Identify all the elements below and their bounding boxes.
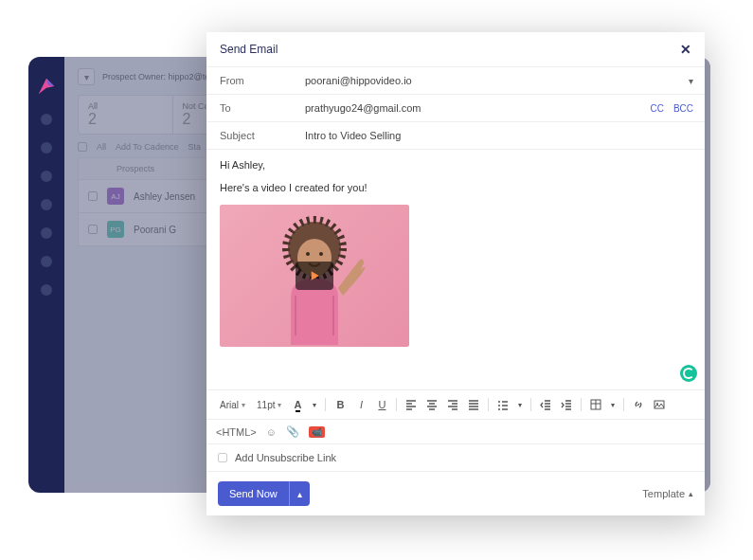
font-color-dropdown-icon[interactable]: ▾ — [310, 396, 319, 413]
unsubscribe-checkbox[interactable] — [218, 453, 227, 462]
font-size-select[interactable]: 11pt — [253, 398, 285, 412]
outdent-icon[interactable] — [537, 396, 554, 413]
underline-button[interactable]: U — [373, 396, 390, 413]
close-icon[interactable]: ✕ — [680, 42, 691, 57]
bullet-list-icon[interactable] — [494, 396, 511, 413]
select-all-checkbox[interactable] — [78, 142, 87, 152]
send-dropdown-button[interactable]: ▴ — [289, 481, 310, 506]
font-color-button[interactable]: A — [289, 396, 306, 413]
nav-dot — [41, 114, 52, 125]
avatar: AJ — [107, 188, 124, 205]
emoji-icon[interactable]: ☺ — [266, 426, 277, 438]
send-email-modal: Send Email ✕ From poorani@hippovideo.io … — [206, 32, 705, 515]
from-value[interactable]: poorani@hippovideo.io — [305, 75, 691, 86]
svg-point-3 — [306, 252, 310, 256]
svg-point-6 — [498, 405, 500, 406]
template-button[interactable]: Template — [642, 488, 693, 499]
app-logo-icon — [36, 76, 57, 97]
cc-button[interactable]: CC — [650, 103, 663, 114]
filter-icon[interactable]: ▾ — [78, 68, 95, 85]
bg-sidebar — [28, 57, 64, 493]
subject-row: Subject Intro to Video Selling — [206, 122, 705, 150]
link-icon[interactable] — [630, 396, 647, 413]
add-to-cadence-button[interactable]: Add To Cadence — [116, 142, 178, 152]
svg-point-5 — [498, 401, 500, 403]
nav-dot — [41, 171, 52, 182]
bcc-button[interactable]: BCC — [673, 103, 693, 114]
row-checkbox[interactable] — [88, 225, 98, 234]
table-dropdown-icon[interactable]: ▾ — [608, 396, 618, 413]
to-label: To — [220, 102, 305, 114]
body-line: Here's a video I created for you! — [220, 182, 691, 193]
send-now-button[interactable]: Send Now — [218, 481, 289, 506]
prospect-name: Poorani G — [134, 225, 176, 235]
svg-point-7 — [498, 408, 500, 410]
align-right-icon[interactable] — [444, 396, 461, 413]
align-center-icon[interactable] — [423, 396, 440, 413]
list-dropdown-icon[interactable]: ▾ — [515, 396, 525, 413]
modal-title: Send Email — [220, 43, 278, 56]
bold-button[interactable]: B — [332, 396, 349, 413]
tab-all[interactable]: All 2 — [79, 96, 173, 134]
subject-label: Subject — [220, 130, 305, 141]
image-icon[interactable] — [651, 396, 668, 413]
align-left-icon[interactable] — [403, 396, 420, 413]
svg-rect-9 — [654, 401, 664, 408]
subject-value[interactable]: Intro to Video Selling — [305, 130, 691, 141]
to-value[interactable]: prathyugo24@gmail.com — [305, 102, 691, 114]
unsubscribe-row: Add Unsubscribe Link — [206, 444, 705, 472]
unsubscribe-label: Add Unsubscribe Link — [235, 452, 336, 463]
stage-button[interactable]: Sta — [188, 142, 201, 152]
editor-toolbar-2: <HTML> ☺ 📎 📹 — [206, 420, 705, 444]
svg-point-4 — [319, 252, 323, 256]
video-thumbnail[interactable] — [220, 205, 409, 347]
nav-dot — [41, 284, 52, 296]
nav-dot — [41, 227, 52, 239]
play-icon[interactable] — [296, 262, 333, 290]
from-dropdown-icon[interactable]: ▾ — [689, 76, 693, 86]
indent-icon[interactable] — [558, 396, 575, 413]
table-icon[interactable] — [587, 396, 604, 413]
prospect-name: Ashley Jensen — [134, 191, 195, 202]
html-source-button[interactable]: <HTML> — [216, 426, 257, 438]
all-label: All — [97, 142, 106, 152]
record-video-icon[interactable]: 📹 — [309, 426, 325, 438]
to-row: To prathyugo24@gmail.com CC BCC — [206, 95, 705, 122]
email-body[interactable]: Hi Ashley, Here's a video I created for … — [206, 150, 705, 389]
align-justify-icon[interactable] — [465, 396, 482, 413]
nav-dot — [41, 256, 52, 267]
from-label: From — [220, 75, 305, 86]
nav-dot — [41, 199, 52, 210]
attachment-icon[interactable]: 📎 — [286, 425, 299, 438]
font-family-select[interactable]: Arial — [216, 398, 249, 412]
avatar: PG — [107, 221, 124, 238]
row-checkbox[interactable] — [88, 191, 98, 201]
editor-toolbar: Arial 11pt A ▾ B I U ▾ ▾ — [206, 389, 705, 420]
grammarly-icon[interactable] — [680, 365, 697, 382]
italic-button[interactable]: I — [352, 396, 369, 413]
body-greeting: Hi Ashley, — [220, 159, 691, 171]
modal-header: Send Email ✕ — [206, 32, 705, 67]
nav-dot — [41, 142, 52, 154]
from-row: From poorani@hippovideo.io ▾ — [206, 67, 705, 95]
modal-footer: Send Now ▴ Template — [206, 472, 705, 515]
